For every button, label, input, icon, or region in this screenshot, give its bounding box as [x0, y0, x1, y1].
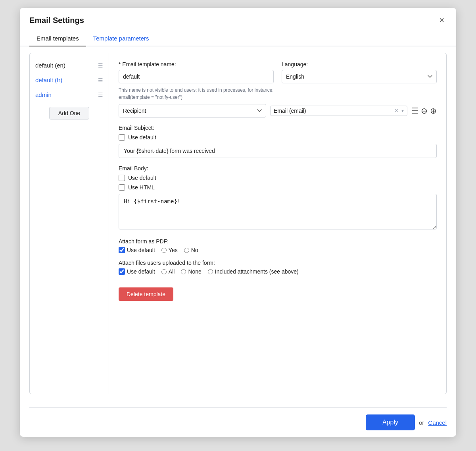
sidebar-item-default-en[interactable]: default (en) ☰: [30, 58, 109, 73]
attach-pdf-no-radio[interactable]: [184, 248, 189, 253]
email-value: Email (email): [274, 108, 392, 114]
email-body-label: Email Body:: [119, 165, 437, 172]
language-select[interactable]: English French Spanish German: [282, 70, 437, 83]
attach-pdf-no-label[interactable]: No: [184, 247, 198, 253]
use-html-label: Use HTML: [128, 184, 155, 191]
use-html-row: Use HTML: [119, 184, 437, 191]
recipient-select[interactable]: Recipient CC BCC: [119, 104, 266, 118]
attach-files-all-label[interactable]: All: [161, 268, 175, 275]
sidebar-item-default-fr[interactable]: default (fr) ☰: [30, 73, 109, 87]
attach-pdf-yes-label[interactable]: Yes: [161, 247, 178, 253]
name-language-row: * Email template name: This name is not …: [119, 61, 437, 101]
email-subject-label: Email Subject:: [119, 125, 437, 131]
apply-button[interactable]: Apply: [366, 414, 415, 430]
add-one-button[interactable]: Add One: [49, 107, 89, 119]
sidebar-item-admin[interactable]: admin ☰: [30, 87, 109, 102]
use-html-checkbox[interactable]: [119, 184, 125, 191]
sidebar-item-label: admin: [35, 91, 52, 98]
attach-files-use-default-label[interactable]: Use default: [119, 268, 155, 275]
body-textarea[interactable]: Hi {$first-name}!: [119, 194, 437, 229]
sidebar-item-label: default (en): [35, 62, 65, 69]
modal-header: Email Settings ×: [20, 8, 456, 31]
use-default-body-label: Use default: [128, 175, 156, 181]
email-dropdown-arrow[interactable]: ▾: [401, 108, 404, 114]
attach-pdf-yes-radio[interactable]: [161, 248, 167, 253]
attach-pdf-use-default-label[interactable]: Use default: [119, 247, 155, 253]
email-select-wrapper: Email (email) × ▾: [270, 106, 407, 116]
drag-icon-default-fr: ☰: [98, 77, 103, 83]
modal-footer: Apply or Cancel: [20, 408, 456, 437]
attach-files-use-default-checkbox[interactable]: [119, 268, 125, 275]
attach-files-all-radio[interactable]: [161, 269, 167, 274]
modal-title: Email Settings: [29, 16, 84, 25]
use-default-subject-label: Use default: [128, 134, 156, 141]
attach-files-included-label[interactable]: Included attachments (see above): [208, 268, 299, 275]
attach-pdf-section: Attach form as PDF: Use default Yes N: [119, 238, 437, 253]
content-area: default (en) ☰ default (fr) ☰ admin ☰ Ad…: [29, 53, 447, 394]
attach-files-included-radio[interactable]: [208, 269, 213, 274]
attach-files-options: Use default All None Included attac: [119, 268, 437, 275]
language-label: Language:: [282, 61, 437, 67]
cancel-button[interactable]: Cancel: [428, 419, 447, 426]
main-panel: * Email template name: This name is not …: [109, 53, 446, 394]
sidebar-item-label: default (fr): [35, 77, 62, 83]
template-name-input[interactable]: [119, 70, 274, 83]
name-group: * Email template name: This name is not …: [119, 61, 274, 101]
list-action-button[interactable]: ☰: [411, 107, 418, 115]
delete-template-button[interactable]: Delete template: [119, 287, 173, 301]
attach-pdf-use-default-checkbox[interactable]: [119, 247, 125, 253]
use-default-subject-row: Use default: [119, 134, 437, 141]
close-button[interactable]: ×: [437, 15, 447, 25]
use-default-body-row: Use default: [119, 175, 437, 181]
sidebar: default (en) ☰ default (fr) ☰ admin ☰ Ad…: [30, 53, 109, 394]
tabs-bar: Email templates Template parameters: [20, 31, 456, 46]
row-actions: ☰ ⊖ ⊕: [411, 107, 437, 115]
subject-input[interactable]: [119, 144, 437, 158]
attach-pdf-label: Attach form as PDF:: [119, 238, 437, 245]
attach-pdf-options: Use default Yes No: [119, 247, 437, 253]
name-label: * Email template name:: [119, 61, 274, 67]
drag-icon-admin: ☰: [98, 92, 103, 98]
email-clear-button[interactable]: ×: [394, 108, 399, 114]
name-hint: This name is not visible to end users; i…: [119, 87, 274, 101]
tab-email-templates[interactable]: Email templates: [29, 31, 86, 46]
drag-icon-default-en: ☰: [98, 62, 103, 69]
use-default-body-checkbox[interactable]: [119, 175, 125, 181]
plus-action-button[interactable]: ⊕: [430, 107, 437, 115]
recipient-row: Recipient CC BCC Email (email) × ▾ ☰ ⊖ ⊕: [119, 104, 437, 118]
attach-files-none-label[interactable]: None: [181, 268, 201, 275]
minus-action-button[interactable]: ⊖: [421, 107, 428, 115]
or-label: or: [419, 419, 424, 426]
attach-files-none-radio[interactable]: [181, 269, 186, 274]
tab-template-parameters[interactable]: Template parameters: [86, 31, 156, 46]
attach-files-section: Attach files users uploaded to the form:…: [119, 260, 437, 275]
email-settings-modal: Email Settings × Email templates Templat…: [20, 8, 456, 437]
language-group: Language: English French Spanish German: [282, 61, 437, 101]
attach-files-label: Attach files users uploaded to the form:: [119, 260, 437, 266]
modal-body: default (en) ☰ default (fr) ☰ admin ☰ Ad…: [20, 53, 456, 407]
use-default-subject-checkbox[interactable]: [119, 134, 125, 141]
